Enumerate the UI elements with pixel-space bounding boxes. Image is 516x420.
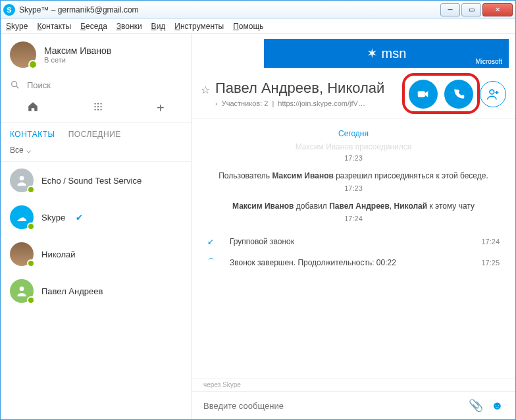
menu-help[interactable]: Помощь [233, 22, 263, 31]
video-call-button[interactable] [409, 80, 438, 109]
chat-header: ☆ Павел Андреев, Николай › Участников: 2… [192, 68, 515, 118]
presence-online-icon [27, 223, 35, 230]
svg-rect-13 [418, 91, 425, 97]
menu-bar: Skype Контакты Беседа Звонки Вид Инструм… [1, 19, 515, 34]
chat-body: Сегодня Максим Иванов присоединился 17:2… [192, 118, 515, 378]
svg-point-14 [490, 90, 494, 94]
menu-skype[interactable]: Skype [6, 22, 28, 31]
contact-item[interactable]: Echo / Sound Test Service [1, 162, 191, 199]
favorite-star-icon[interactable]: ☆ [201, 84, 210, 96]
search-placeholder: Поиск [27, 80, 51, 90]
avatar [10, 169, 34, 192]
minimize-button[interactable]: ─ [440, 3, 460, 16]
svg-point-11 [20, 176, 24, 180]
menu-view[interactable]: Вид [151, 22, 166, 31]
dialpad-icon[interactable] [92, 101, 104, 113]
emoji-icon[interactable]: ☻ [491, 399, 503, 413]
banner-company: Microsoft [475, 58, 502, 65]
avatar [10, 279, 34, 303]
maximize-button[interactable]: ▭ [461, 3, 481, 16]
new-chat-icon[interactable]: + [157, 101, 165, 116]
call-event[interactable]: ↙ Групповой звонок 17:24 [203, 232, 503, 251]
skype-icon: S [3, 4, 15, 16]
attach-icon[interactable]: 📎 [469, 398, 483, 413]
search-icon [10, 80, 20, 90]
call-ended-icon: ⌒ [207, 257, 219, 268]
timestamp: 17:25 [481, 259, 500, 267]
title-bar: S Skype™ – germanik5@gmail.com ─ ▭ ✕ [1, 1, 515, 19]
contact-item[interactable]: Николай [1, 236, 191, 273]
filter-dropdown[interactable]: Все ⌵ [1, 144, 191, 162]
call-label: Групповой звонок [230, 237, 294, 246]
butterfly-icon: ✶ [367, 45, 378, 61]
contact-name: Skype [41, 213, 65, 223]
join-link[interactable]: https://join.skype.com/jfV… [278, 99, 365, 107]
verified-icon: ✔ [76, 213, 83, 223]
tab-contacts[interactable]: КОНТАКТЫ [10, 130, 55, 139]
timestamp: 17:23 [203, 154, 503, 162]
contact-name: Павел Андреев [41, 286, 103, 296]
svg-point-10 [100, 109, 101, 110]
svg-point-3 [97, 103, 99, 104]
timestamp: 17:24 [481, 238, 500, 246]
presence-online-icon [27, 296, 35, 304]
window-title: Skype™ – germanik5@gmail.com [19, 5, 440, 14]
participants-count: Участников: 2 [222, 99, 269, 107]
system-message: Максим Иванов добавил Павел Андреев, Ник… [203, 201, 503, 211]
system-message: Пользователь Максим Иванов разрешил прис… [203, 171, 503, 180]
system-message: Максим Иванов присоединился [203, 142, 503, 151]
timestamp: 17:24 [203, 215, 503, 223]
avatar [10, 242, 34, 266]
menu-contacts[interactable]: Контакты [37, 22, 71, 31]
svg-point-8 [94, 109, 95, 110]
self-status: В сети [44, 56, 111, 64]
home-icon[interactable] [27, 101, 39, 113]
contact-item[interactable]: Павел Андреев [1, 273, 191, 309]
svg-point-2 [94, 103, 95, 104]
close-button[interactable]: ✕ [482, 3, 513, 16]
search-row[interactable]: Поиск [1, 76, 191, 94]
svg-line-1 [16, 86, 18, 88]
menu-conversation[interactable]: Беседа [80, 22, 107, 31]
presence-online-icon [27, 259, 35, 267]
timestamp: 17:23 [203, 184, 503, 192]
chat-title: Павел Андреев, Николай [215, 80, 403, 97]
add-participant-button[interactable] [480, 81, 506, 107]
msn-banner[interactable]: ✶msn Microsoft [264, 39, 509, 68]
contact-item[interactable]: ☁ Skype ✔ [1, 199, 191, 236]
audio-call-button[interactable] [444, 80, 473, 109]
svg-point-12 [20, 286, 24, 291]
call-label: Звонок завершен. Продолжительность: 00:2… [230, 258, 396, 267]
presence-online-icon [27, 186, 35, 194]
svg-point-6 [97, 106, 99, 107]
avatar: ☁ [10, 205, 34, 229]
message-composer: 📎 ☻ [192, 391, 515, 419]
menu-calls[interactable]: Звонки [116, 22, 142, 31]
expand-icon[interactable]: › [215, 99, 218, 107]
presence-online-icon [28, 60, 38, 69]
self-name: Максим Иванов [44, 45, 111, 56]
self-profile[interactable]: Максим Иванов В сети [1, 34, 191, 76]
filter-label: Все [10, 145, 24, 155]
sidebar: Максим Иванов В сети Поиск + КОНТАКТЫ ПО… [1, 34, 192, 419]
day-separator: Сегодня [203, 129, 503, 138]
contact-name: Николай [41, 249, 76, 259]
svg-point-4 [100, 103, 101, 104]
self-avatar [10, 41, 36, 68]
svg-point-9 [97, 109, 99, 110]
call-event[interactable]: ⌒ Звонок завершен. Продолжительность: 00… [203, 251, 503, 273]
svg-point-5 [94, 106, 95, 107]
svg-point-0 [12, 82, 17, 87]
message-input[interactable] [203, 401, 461, 411]
contact-name: Echo / Sound Test Service [41, 176, 142, 186]
chevron-down-icon: ⌵ [26, 145, 31, 155]
call-incoming-icon: ↙ [207, 237, 219, 246]
conversation-pane: ✶msn Microsoft ☆ Павел Андреев, Николай … [192, 34, 515, 419]
via-label: через Skype [192, 378, 515, 391]
tab-recent[interactable]: ПОСЛЕДНИЕ [68, 130, 121, 139]
svg-point-7 [100, 106, 101, 107]
banner-brand: msn [382, 46, 407, 61]
menu-tools[interactable]: Инструменты [174, 22, 224, 31]
